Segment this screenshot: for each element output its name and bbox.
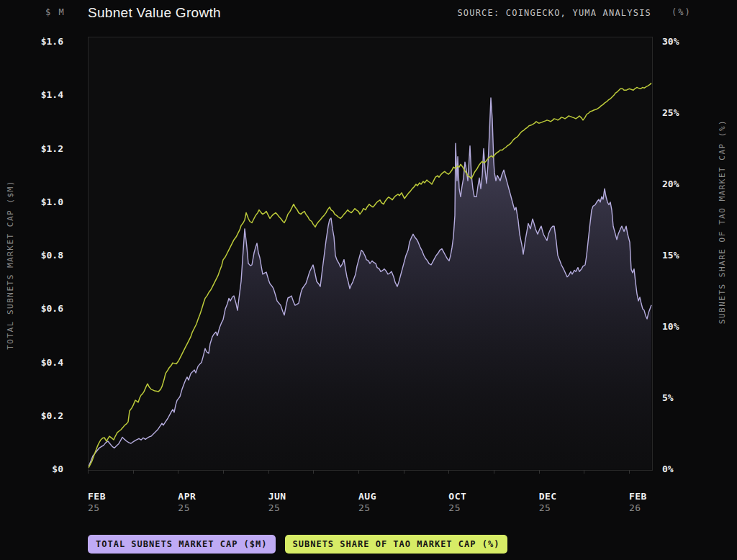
left-axis-tick-label: $1.6 [22, 36, 63, 47]
right-axis-tick-label: 5% [662, 392, 674, 403]
legend-item: SUBNETS SHARE OF TAO MARKET CAP (%) [285, 535, 508, 554]
x-axis-tick-label: FEB26 [629, 491, 647, 515]
x-tick-year: 25 [448, 502, 466, 514]
right-axis-unit: (%) [672, 7, 692, 17]
x-axis-tick-label: OCT25 [448, 491, 466, 515]
chart-canvas [89, 37, 652, 470]
chart-page: $ M Subnet Value Growth SOURCE: COINGECK… [0, 0, 737, 560]
x-axis-minor-tick [313, 470, 314, 474]
left-axis-tick-label: $1.4 [22, 89, 63, 100]
x-axis-minor-tick [268, 470, 269, 474]
x-axis-minor-tick [629, 470, 630, 474]
x-tick-month: APR [178, 491, 196, 502]
right-axis-title: SUBNETS SHARE OF TAO MARKET CAP (%) [718, 119, 727, 324]
x-axis-minor-tick [404, 470, 404, 474]
left-axis-unit: $ M [45, 7, 65, 17]
page-title: Subnet Value Growth [88, 5, 221, 21]
x-axis-minor-tick [584, 470, 584, 474]
x-axis-minor-tick [358, 470, 359, 474]
x-tick-month: OCT [448, 491, 466, 502]
x-tick-month: JUN [268, 491, 286, 502]
plot-area [88, 37, 653, 471]
left-axis-tick-label: $0.4 [22, 356, 63, 367]
left-axis-tick-label: $0.8 [22, 250, 63, 261]
x-tick-month: DEC [539, 491, 557, 502]
x-axis-tick-label: JUN25 [268, 491, 286, 515]
x-tick-year: 25 [88, 502, 106, 514]
x-tick-month: FEB [629, 491, 647, 502]
x-axis-minor-tick [448, 470, 449, 474]
right-axis-tick-label: 25% [662, 107, 679, 118]
x-axis-tick-label: FEB25 [88, 491, 106, 515]
left-axis-title: TOTAL SUBNETS MARKET CAP ($M) [6, 180, 15, 350]
x-tick-year: 25 [539, 502, 557, 514]
right-axis-tick-label: 0% [662, 464, 674, 474]
x-tick-year: 25 [268, 502, 286, 514]
right-axis-tick-label: 15% [662, 250, 679, 261]
x-axis-minor-tick [178, 470, 178, 474]
x-axis-minor-tick [539, 470, 540, 474]
left-axis-tick-label: $1.0 [22, 196, 63, 207]
x-axis-minor-tick [133, 470, 134, 474]
x-axis-tick-label: DEC25 [539, 491, 557, 515]
chart-legend: TOTAL SUBNETS MARKET CAP ($M)SUBNETS SHA… [88, 535, 507, 554]
x-axis-tick-label: APR25 [178, 491, 196, 515]
left-axis-tick-label: $1.2 [22, 143, 63, 153]
x-tick-year: 26 [629, 502, 647, 514]
x-tick-month: AUG [358, 491, 376, 502]
x-tick-year: 25 [358, 502, 376, 514]
marketcap-area-series [89, 98, 651, 469]
left-axis-tick-label: $0.2 [22, 410, 63, 420]
x-tick-month: FEB [88, 491, 106, 502]
x-axis-minor-tick [223, 470, 224, 474]
x-axis-minor-tick [494, 470, 494, 474]
right-axis-tick-label: 30% [662, 36, 679, 47]
x-axis-tick-label: AUG25 [358, 491, 376, 515]
right-axis-tick-label: 20% [662, 179, 679, 189]
legend-item: TOTAL SUBNETS MARKET CAP ($M) [88, 535, 276, 554]
x-tick-year: 25 [178, 502, 196, 514]
right-axis-tick-label: 10% [662, 321, 679, 332]
left-axis-tick-label: $0.6 [22, 303, 63, 314]
x-axis-minor-tick [88, 470, 89, 474]
left-axis-tick-label: $0 [22, 464, 63, 474]
source-attribution: SOURCE: COINGECKO, YUMA ANALYSIS [457, 8, 651, 18]
